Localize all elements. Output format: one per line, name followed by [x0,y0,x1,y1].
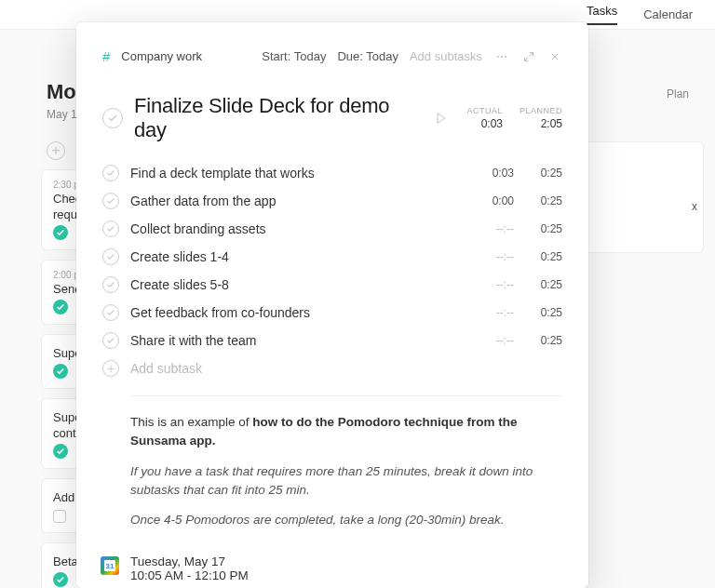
tab-tasks[interactable]: Tasks [587,4,617,25]
task-title[interactable]: Finalize Slide Deck for demo day [134,94,424,142]
subtask-row: Gather data from the app0:000:25 [102,187,562,215]
subtask-checkbox[interactable] [102,165,119,181]
subtask-planned[interactable]: 0:25 [525,167,562,180]
modal-header: # Company work Start: Today Due: Today A… [102,48,562,64]
planned-value[interactable]: 2:05 [541,117,562,130]
subtask-list: Find a deck template that works0:030:25G… [102,159,562,354]
svg-point-1 [501,56,503,58]
channel-chip [53,225,68,240]
channel-chip [53,300,68,314]
channel-chip [53,510,66,523]
subtask-planned[interactable]: 0:25 [525,250,562,263]
time-stats: ACTUAL 0:03 PLANNED 2:05 [466,106,562,130]
schedule-date: Tuesday, May 17 [130,555,249,568]
subtask-label[interactable]: Create slides 5-8 [130,277,465,292]
subtask-label[interactable]: Find a deck template that works [130,166,465,180]
subtask-row: Create slides 1-4--:--0:25 [102,243,562,271]
svg-point-0 [497,56,499,58]
notes-line-2: If you have a task that requires more th… [130,462,562,501]
actual-value[interactable]: 0:03 [481,117,503,130]
subtask-actual[interactable]: --:-- [477,306,514,319]
subtask-checkbox[interactable] [102,193,119,209]
subtask-row: Create slides 5-8--:--0:25 [102,271,562,299]
actual-label: ACTUAL [466,106,503,115]
subtask-planned[interactable]: 0:25 [525,194,562,207]
channel-name[interactable]: Company work [121,49,202,63]
notes-line-1: This is an example of how to do the Pomo… [130,413,562,451]
subtask-actual[interactable]: 0:03 [477,167,514,180]
subtask-row: Collect branding assets--:--0:25 [102,215,562,243]
subtask-actual[interactable]: --:-- [477,334,514,347]
subtask-checkbox[interactable] [102,220,119,237]
schedule-time: 10:05 AM - 12:10 PM [130,568,249,582]
subtask-planned[interactable]: 0:25 [525,222,562,235]
subtask-planned[interactable]: 0:25 [525,334,562,347]
day-title: Mo [47,80,76,104]
add-task-button[interactable]: + [47,141,65,160]
subtask-label[interactable]: Collect branding assets [130,221,465,236]
task-modal: # Company work Start: Today Due: Today A… [76,22,588,588]
svg-marker-3 [438,114,445,124]
play-icon[interactable] [435,112,448,125]
schedule-block[interactable]: 31 Tuesday, May 17 10:05 AM - 12:10 PM 2… [101,554,562,588]
subtask-checkbox[interactable] [102,248,119,265]
add-subtask-label: Add subtask [130,361,202,376]
right-letter: x [692,200,697,213]
subtask-actual[interactable]: 0:00 [477,194,514,207]
subtask-actual[interactable]: --:-- [477,278,514,291]
planned-label: PLANNED [519,106,562,115]
add-subtasks-link[interactable]: Add subtasks [410,49,482,63]
subtask-row: Find a deck template that works0:030:25 [102,159,562,187]
divider [130,395,562,396]
notes-section[interactable]: This is an example of how to do the Pomo… [130,413,562,529]
subtask-planned[interactable]: 0:25 [525,278,562,291]
svg-point-2 [505,56,506,58]
plus-icon[interactable]: + [102,360,119,377]
subtask-actual[interactable]: --:-- [477,222,514,235]
more-icon[interactable] [493,50,510,63]
add-subtask-row[interactable]: + Add subtask [102,354,562,382]
title-row: Finalize Slide Deck for demo day ACTUAL … [102,94,562,142]
channel-hash-icon: # [102,48,110,64]
subtask-actual[interactable]: --:-- [477,250,514,263]
subtask-label[interactable]: Gather data from the app [130,194,465,208]
close-icon[interactable] [547,51,562,62]
tab-calendar[interactable]: Calendar [643,7,693,21]
channel-chip [53,444,68,459]
calendar-icon: 31 [101,556,119,575]
subtask-label[interactable]: Get feedback from co-founders [130,305,465,320]
subtask-label[interactable]: Share it with the team [130,333,465,348]
day-subtitle: May 1 [47,108,77,121]
due-date[interactable]: Due: Today [337,49,398,63]
notes-line-3: Once 4-5 Pomodoros are completed, take a… [130,511,562,529]
subtask-planned[interactable]: 0:25 [525,306,562,319]
subtask-row: Share it with the team--:--0:25 [102,327,562,354]
subtask-checkbox[interactable] [102,276,119,293]
subtask-checkbox[interactable] [102,304,119,321]
subtask-row: Get feedback from co-founders--:--0:25 [102,299,562,327]
start-date[interactable]: Start: Today [262,49,326,63]
expand-icon[interactable] [521,51,536,62]
subtask-label[interactable]: Create slides 1-4 [130,249,465,264]
channel-chip [53,364,68,379]
plan-link[interactable]: Plan [667,87,689,100]
subtask-checkbox[interactable] [102,332,119,349]
channel-chip [53,572,68,587]
task-complete-checkbox[interactable] [102,108,123,128]
